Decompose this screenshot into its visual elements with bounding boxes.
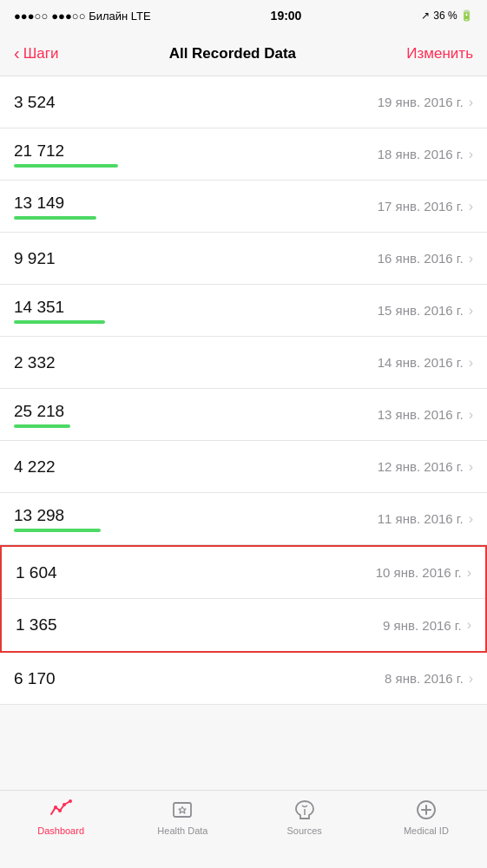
carrier-info: ●●●○○ ●●●○○ Билайн LTE — [14, 10, 151, 23]
svg-point-2 — [63, 803, 66, 806]
item-value: 1 604 — [16, 563, 57, 582]
chevron-right-icon: › — [469, 671, 473, 687]
item-left: 4 222 — [14, 457, 56, 477]
item-date: 16 янв. 2016 г. — [378, 251, 464, 266]
clock: 19:00 — [271, 9, 302, 23]
item-value: 13 149 — [14, 194, 96, 213]
item-left: 6 170 — [14, 669, 56, 688]
dashboard-icon — [49, 798, 73, 822]
item-value: 1 365 — [16, 615, 57, 635]
list-item[interactable]: 6 1708 янв. 2016 г.› — [0, 653, 487, 705]
chevron-right-icon: › — [469, 147, 473, 162]
list-item[interactable]: 1 60410 янв. 2016 г.› — [2, 547, 485, 599]
list-item[interactable]: 25 21813 янв. 2016 г.› — [0, 389, 487, 441]
page-title: All Recorded Data — [169, 45, 296, 62]
item-progress-bar — [14, 320, 105, 324]
data-list: 3 52419 янв. 2016 г.›21 71218 янв. 2016 … — [0, 76, 487, 705]
chevron-right-icon: › — [469, 459, 473, 475]
tab-dashboard[interactable]: Dashboard — [0, 798, 122, 836]
item-right: 19 янв. 2016 г.› — [378, 95, 473, 110]
tab-bar: Dashboard Health Data Sources — [0, 790, 487, 868]
item-value: 14 351 — [14, 298, 105, 317]
list-item[interactable]: 3 52419 янв. 2016 г.› — [0, 76, 487, 128]
carrier-name: ●●●○○ Билайн LTE — [51, 10, 150, 23]
svg-point-3 — [69, 799, 72, 803]
item-right: 13 янв. 2016 г.› — [378, 407, 473, 423]
list-item[interactable]: 2 33214 янв. 2016 г.› — [0, 337, 487, 389]
item-left: 13 149 — [14, 194, 96, 220]
item-right: 14 янв. 2016 г.› — [378, 355, 473, 371]
chevron-right-icon: › — [469, 251, 473, 266]
item-value: 3 524 — [14, 93, 56, 112]
tab-medical-id-label: Medical ID — [404, 825, 449, 836]
tab-health-data-label: Health Data — [157, 825, 207, 836]
item-value: 21 712 — [14, 141, 118, 161]
item-value: 6 170 — [14, 669, 56, 688]
item-value: 2 332 — [14, 353, 56, 372]
battery-info: ↗ 36 % 🔋 — [421, 10, 473, 22]
item-progress-bar — [14, 424, 70, 428]
item-right: 17 янв. 2016 г.› — [378, 199, 473, 214]
item-date: 13 янв. 2016 г. — [378, 407, 464, 422]
item-value: 13 298 — [14, 506, 101, 525]
back-button[interactable]: ‹ Шаги — [14, 45, 58, 62]
status-bar: ●●●○○ ●●●○○ Билайн LTE 19:00 ↗ 36 % 🔋 — [0, 0, 487, 31]
item-right: 11 янв. 2016 г.› — [378, 511, 473, 527]
item-progress-bar — [14, 216, 96, 220]
item-date: 12 янв. 2016 г. — [378, 459, 464, 474]
list-item[interactable]: 1 3659 янв. 2016 г.› — [2, 599, 485, 651]
nav-bar: ‹ Шаги All Recorded Data Изменить — [0, 31, 487, 76]
edit-button[interactable]: Изменить — [406, 45, 473, 62]
tab-health-data[interactable]: Health Data — [122, 798, 243, 836]
item-date: 8 янв. 2016 г. — [385, 671, 464, 686]
list-item[interactable]: 4 22212 янв. 2016 г.› — [0, 441, 487, 493]
chevron-right-icon: › — [469, 511, 473, 527]
item-right: 18 янв. 2016 г.› — [378, 147, 473, 162]
item-right: 12 янв. 2016 г.› — [378, 459, 473, 475]
chevron-right-icon: › — [469, 199, 473, 214]
back-chevron-icon: ‹ — [14, 44, 20, 62]
list-item[interactable]: 13 29811 янв. 2016 г.› — [0, 493, 487, 545]
item-left: 21 712 — [14, 141, 118, 168]
svg-point-1 — [58, 809, 62, 812]
item-date: 9 янв. 2016 г. — [383, 618, 462, 633]
main-content: 3 52419 янв. 2016 г.›21 71218 янв. 2016 … — [0, 76, 487, 790]
item-right: 9 янв. 2016 г.› — [383, 617, 471, 633]
item-left: 14 351 — [14, 298, 105, 324]
svg-rect-4 — [174, 803, 191, 817]
chevron-right-icon: › — [467, 565, 471, 581]
medical-id-icon — [414, 798, 438, 822]
item-right: 8 янв. 2016 г.› — [385, 671, 473, 687]
item-left: 1 365 — [16, 615, 57, 635]
item-date: 15 янв. 2016 г. — [378, 303, 464, 318]
chevron-right-icon: › — [469, 355, 473, 371]
item-date: 14 янв. 2016 г. — [378, 355, 464, 370]
item-left: 2 332 — [14, 353, 56, 372]
chevron-right-icon: › — [467, 617, 471, 633]
location-arrow: ↗ — [421, 10, 430, 22]
chevron-right-icon: › — [469, 95, 473, 110]
item-date: 19 янв. 2016 г. — [378, 95, 464, 109]
item-right: 15 янв. 2016 г.› — [378, 303, 473, 319]
item-value: 25 218 — [14, 402, 70, 421]
list-item[interactable]: 21 71218 янв. 2016 г.› — [0, 128, 487, 181]
list-item[interactable]: 9 92116 янв. 2016 г.› — [0, 233, 487, 285]
item-right: 10 янв. 2016 г.› — [376, 565, 471, 581]
item-left: 9 921 — [14, 249, 56, 268]
chevron-right-icon: › — [469, 303, 473, 319]
item-date: 17 янв. 2016 г. — [378, 199, 464, 214]
health-data-icon — [170, 798, 194, 822]
back-label: Шаги — [23, 45, 59, 62]
tab-sources[interactable]: Sources — [244, 798, 365, 836]
item-right: 16 янв. 2016 г.› — [378, 251, 473, 266]
battery-level: 36 % 🔋 — [433, 10, 473, 22]
list-item[interactable]: 14 35115 янв. 2016 г.› — [0, 285, 487, 337]
sources-icon — [293, 798, 317, 822]
list-item[interactable]: 13 14917 янв. 2016 г.› — [0, 181, 487, 233]
tab-dashboard-label: Dashboard — [37, 825, 84, 836]
item-left: 1 604 — [16, 563, 57, 582]
tab-medical-id[interactable]: Medical ID — [365, 798, 487, 836]
item-value: 4 222 — [14, 457, 56, 477]
signal-dots: ●●●○○ — [14, 10, 48, 23]
highlighted-group: 1 60410 янв. 2016 г.›1 3659 янв. 2016 г.… — [0, 545, 487, 653]
